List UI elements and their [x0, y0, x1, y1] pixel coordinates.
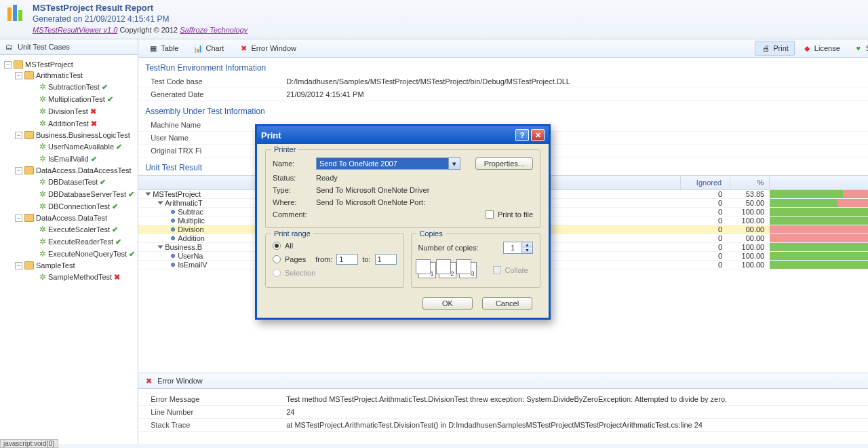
gear-icon: ✲ — [39, 177, 46, 187]
ok-button[interactable]: OK — [422, 297, 473, 310]
tree-node[interactable]: ✲ExecuteNoneQueryTest✔ — [3, 248, 135, 260]
tree-node[interactable]: −DataAccess.DataAccessTest — [3, 165, 135, 176]
cancel-button[interactable]: Cancel — [482, 297, 532, 310]
page-to-input[interactable] — [375, 254, 397, 265]
gear-icon: ✲ — [39, 249, 46, 259]
bullet-icon — [171, 263, 175, 267]
company-link[interactable]: Saffroze Technology — [180, 26, 248, 34]
gear-icon: ✲ — [39, 272, 46, 282]
gear-icon: ✲ — [39, 237, 46, 246]
test-tree[interactable]: −MSTestProject−ArithmaticTest✲Subtractio… — [0, 55, 138, 444]
app-logo-icon — [5, 3, 27, 24]
chart-icon: 📊 — [193, 43, 203, 53]
tree-node[interactable]: ✲MultiplicationTest✔ — [3, 93, 135, 105]
toggle-icon[interactable]: − — [15, 262, 22, 269]
properties-button[interactable]: Properties... — [475, 157, 533, 170]
generated-label: Generated on 21/09/2012 4:15:41 PM — [33, 14, 248, 24]
printer-fieldset: Printer Name: Send To OneNote 2007 ▾ Pro… — [265, 149, 540, 228]
license-button[interactable]: ◆License — [796, 41, 846, 56]
range-pages-radio[interactable] — [273, 255, 281, 263]
expand-icon[interactable] — [146, 193, 151, 196]
toggle-icon[interactable]: − — [4, 61, 12, 69]
gear-icon: ✲ — [39, 189, 46, 199]
dialog-help-button[interactable]: ? — [515, 129, 529, 141]
header: MSTestProject Result Report Generated on… — [0, 0, 868, 39]
check-icon: ✔ — [102, 83, 108, 92]
tree-node[interactable]: ✲DBConnectionTest✔ — [3, 200, 135, 212]
folder-icon — [24, 71, 34, 79]
tree-node[interactable]: ✲SubtractionTest✔ — [3, 81, 135, 93]
sidebar-title: 🗂 Unit Test Cases — [0, 39, 138, 55]
svg-rect-0 — [7, 7, 12, 21]
table-button[interactable]: ▦Table — [142, 41, 184, 56]
folder-icon — [24, 261, 34, 269]
dialog-close-button[interactable]: ✕ — [531, 129, 545, 141]
tree-node[interactable]: ✲ExecuteReaderTest✔ — [3, 236, 135, 248]
print-button[interactable]: 🖨Print — [755, 41, 795, 56]
range-all-radio[interactable] — [273, 242, 281, 250]
chevron-down-icon[interactable]: ▾ — [448, 158, 460, 169]
tree-node[interactable]: ✲DivisionTest✖ — [3, 105, 135, 117]
tree-node[interactable]: −Business.BusinessLogicTest — [3, 130, 135, 141]
error-panel-title: ✖ Error Window — [138, 373, 868, 389]
chart-button[interactable]: 📊Chart — [187, 41, 230, 56]
toggle-icon[interactable]: − — [15, 72, 22, 79]
svg-rect-2 — [18, 10, 22, 21]
table-icon: ▦ — [149, 43, 158, 53]
bullet-icon — [171, 227, 175, 231]
print-to-file-checkbox[interactable] — [486, 210, 494, 219]
tree-node[interactable]: ✲DBDatabaseServerTest✔ — [3, 188, 135, 200]
license-icon: ◆ — [802, 43, 812, 53]
cross-icon: ✖ — [90, 107, 96, 116]
page-from-input[interactable] — [336, 254, 358, 265]
print-dialog: Print ? ✕ Printer Name: Send To OneNote … — [255, 124, 551, 320]
check-icon: ✔ — [128, 190, 134, 199]
page-title: MSTestProject Result Report — [33, 3, 248, 13]
tree-node[interactable]: −SampleTest — [3, 260, 135, 271]
gear-icon: ✲ — [39, 107, 46, 116]
check-icon: ✔ — [112, 225, 118, 234]
collate-checkbox — [493, 266, 501, 274]
viewer-link[interactable]: MSTestResultViewer v1.0 — [33, 26, 117, 34]
tree-node[interactable]: −DataAccess.DataTest — [3, 212, 135, 223]
printer-select[interactable]: Send To OneNote 2007 ▾ — [316, 157, 460, 170]
tree-node[interactable]: ✲IsEmailValid✔ — [3, 153, 135, 165]
tree-node[interactable]: ✲DBDatasetTest✔ — [3, 176, 135, 188]
expand-icon[interactable] — [158, 202, 163, 205]
sidebar: 🗂 Unit Test Cases −MSTestProject−Arithma… — [0, 39, 138, 444]
dialog-titlebar[interactable]: Print ? ✕ — [257, 126, 549, 144]
bullet-icon — [171, 254, 175, 258]
cross-icon: ✖ — [91, 119, 97, 128]
tree-node[interactable]: ✲SampleMethodTest✖ — [3, 271, 135, 283]
svg-rect-1 — [13, 5, 17, 21]
gear-icon: ✲ — [39, 142, 46, 151]
env-header: TestRun Environment Information — [138, 58, 868, 75]
error-window-button[interactable]: ✖Error Window — [233, 41, 302, 56]
check-icon: ✔ — [100, 178, 106, 187]
expand-icon[interactable] — [158, 246, 163, 249]
spin-up-icon[interactable]: ▲ — [522, 242, 532, 248]
toggle-icon[interactable]: − — [15, 214, 22, 222]
tree-node[interactable]: ✲AdditionTest✖ — [3, 117, 135, 130]
cross-icon: ✖ — [114, 273, 120, 282]
check-icon: ✔ — [107, 95, 113, 104]
toggle-icon[interactable]: − — [15, 167, 22, 174]
gear-icon: ✲ — [39, 202, 46, 211]
toggle-icon[interactable]: − — [15, 132, 22, 139]
assembly-header: Assembly Under Test Information — [138, 101, 868, 119]
check-icon: ✔ — [115, 238, 121, 246]
copies-spinner[interactable]: ▲▼ — [503, 242, 533, 254]
gear-icon: ✲ — [39, 94, 46, 104]
support-button[interactable]: ♥Support — [848, 41, 868, 56]
spin-down-icon[interactable]: ▼ — [522, 248, 532, 253]
range-selection-radio — [273, 269, 281, 277]
error-icon: ✖ — [239, 43, 248, 53]
tree-node[interactable]: −ArithmaticTest — [3, 70, 135, 81]
print-range-fieldset: Print range All Pages from: to: Selectio… — [265, 234, 404, 288]
header-links: MSTestResultViewer v1.0 Copyright © 2012… — [33, 25, 248, 35]
folder-icon — [14, 60, 23, 69]
tree-node[interactable]: −MSTestProject — [3, 59, 135, 70]
tree-icon: 🗂 — [4, 42, 14, 52]
tree-node[interactable]: ✲ExecuteScalerTest✔ — [3, 223, 135, 236]
tree-node[interactable]: ✲UserNameAvailable✔ — [3, 141, 135, 153]
